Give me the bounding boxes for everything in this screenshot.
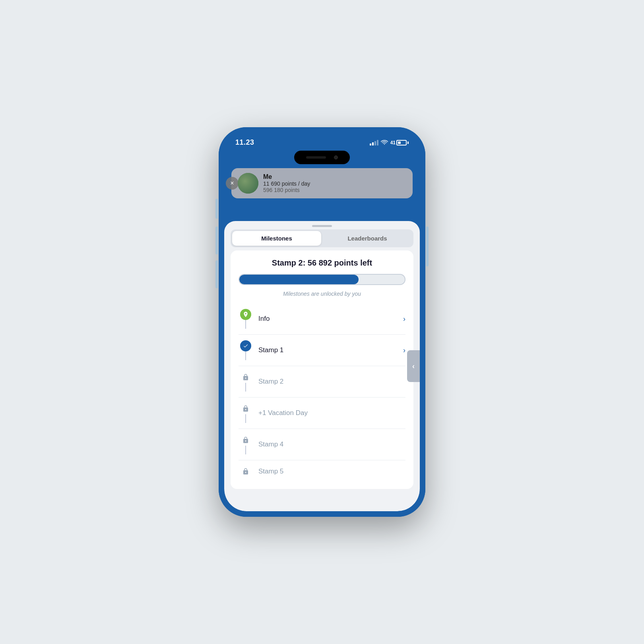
milestone-label-vacation: +1 Vacation Day bbox=[258, 409, 405, 417]
icon-col-stamp4 bbox=[239, 435, 253, 454]
lock-icon bbox=[240, 403, 251, 414]
pin-icon bbox=[240, 309, 251, 320]
sheet-handle bbox=[224, 221, 420, 229]
notification-total-points: 596 180 points bbox=[263, 187, 406, 193]
notification-text: Me 11 690 points / day 596 180 points bbox=[263, 173, 406, 193]
connector-line bbox=[245, 383, 246, 392]
tab-leaderboards[interactable]: Leaderboards bbox=[323, 231, 412, 246]
milestones-subtitle: Milestones are unlocked by you bbox=[239, 291, 405, 297]
notification-points-per-day: 11 690 points / day bbox=[263, 180, 406, 187]
phone-screen: 11.23 41 bbox=[224, 133, 420, 511]
connector-line bbox=[245, 351, 246, 360]
wifi-icon bbox=[381, 140, 388, 145]
icon-col-info bbox=[239, 309, 253, 329]
check-icon bbox=[240, 340, 251, 351]
progress-bar-fill bbox=[239, 275, 359, 284]
notification-close-button[interactable]: × bbox=[226, 177, 239, 190]
lock-closed-icon bbox=[242, 374, 249, 381]
connector-line bbox=[245, 446, 246, 454]
side-scroll-arrow[interactable]: ‹ bbox=[407, 350, 420, 382]
milestone-label-stamp4: Stamp 4 bbox=[258, 440, 405, 448]
notification-user-name: Me bbox=[263, 173, 406, 180]
connector-line bbox=[245, 414, 246, 423]
lock-closed-icon bbox=[242, 468, 249, 475]
status-bar: 11.23 41 bbox=[224, 133, 420, 150]
milestone-label-stamp5: Stamp 5 bbox=[258, 467, 405, 475]
camera-dot bbox=[334, 155, 338, 159]
milestone-item-stamp4: Stamp 4 bbox=[239, 429, 405, 460]
battery-level: 41 bbox=[390, 140, 396, 145]
chevron-right-icon: › bbox=[403, 346, 405, 355]
handle-bar bbox=[312, 225, 332, 227]
milestone-item-stamp1[interactable]: Stamp 1 › bbox=[239, 335, 405, 366]
progress-bar bbox=[239, 274, 405, 285]
speaker-slot bbox=[306, 156, 326, 159]
milestone-list: Info › Stamp 1 bbox=[239, 303, 405, 483]
milestone-label-stamp2: Stamp 2 bbox=[258, 378, 405, 386]
lock-closed-icon bbox=[242, 405, 249, 412]
signal-icon bbox=[370, 140, 378, 145]
chevron-right-icon: › bbox=[403, 315, 405, 323]
milestone-item-stamp5: Stamp 5 bbox=[239, 460, 405, 483]
icon-col-vacation bbox=[239, 403, 253, 423]
notification-area: × Me 11 690 points / day 596 180 points bbox=[224, 164, 420, 202]
checkmark-icon bbox=[243, 343, 248, 349]
side-button-volume-up bbox=[215, 227, 218, 254]
notification-card: × Me 11 690 points / day 596 180 points bbox=[231, 168, 413, 198]
icon-col-stamp2 bbox=[239, 372, 253, 392]
dynamic-island bbox=[294, 151, 350, 164]
bottom-sheet: Milestones Leaderboards Stamp 2: 56 892 … bbox=[224, 221, 420, 511]
status-time: 11.23 bbox=[235, 138, 254, 147]
battery-icon: 41 bbox=[390, 140, 409, 145]
tab-bar: Milestones Leaderboards bbox=[231, 229, 413, 247]
milestones-card: Stamp 2: 56 892 points left Milestones a… bbox=[231, 250, 413, 489]
location-pin-icon bbox=[242, 311, 249, 318]
chevron-left-icon: ‹ bbox=[412, 362, 415, 370]
lock-icon bbox=[240, 435, 251, 446]
side-button-mute bbox=[215, 199, 218, 219]
connector-line bbox=[245, 320, 246, 329]
side-button-volume-down bbox=[215, 260, 218, 288]
milestone-item-stamp2: Stamp 2 bbox=[239, 366, 405, 398]
milestone-item-vacation: +1 Vacation Day bbox=[239, 398, 405, 429]
phone-frame: 11.23 41 bbox=[219, 127, 425, 517]
lock-closed-icon bbox=[242, 436, 249, 444]
icon-col-stamp1 bbox=[239, 340, 253, 360]
avatar bbox=[238, 173, 258, 194]
milestone-label-stamp1: Stamp 1 bbox=[258, 346, 403, 354]
lock-icon bbox=[240, 372, 251, 383]
icon-col-stamp5 bbox=[239, 466, 253, 477]
side-button-power bbox=[426, 227, 429, 266]
milestone-item-info[interactable]: Info › bbox=[239, 303, 405, 335]
lock-icon bbox=[240, 466, 251, 477]
milestone-label-info: Info bbox=[258, 315, 403, 323]
status-icons: 41 bbox=[370, 140, 409, 145]
dynamic-island-area bbox=[224, 150, 420, 164]
tab-milestones[interactable]: Milestones bbox=[232, 231, 321, 246]
milestone-progress-title: Stamp 2: 56 892 points left bbox=[239, 258, 405, 268]
